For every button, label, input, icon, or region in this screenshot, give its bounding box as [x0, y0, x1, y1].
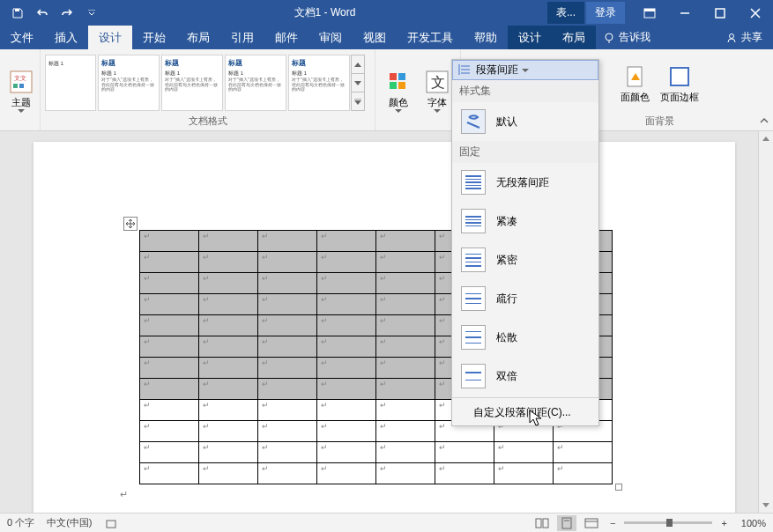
table-tools-tab[interactable]: 表...: [547, 2, 584, 24]
table-cell[interactable]: [258, 273, 317, 294]
tab-view[interactable]: 视图: [353, 26, 397, 49]
table-cell[interactable]: [258, 231, 317, 252]
page-color-button[interactable]: 面颜色: [614, 61, 655, 106]
paragraph-spacing-trigger[interactable]: 段落间距: [452, 60, 598, 80]
table-cell[interactable]: [376, 273, 435, 294]
table-cell[interactable]: [199, 421, 258, 442]
tab-file[interactable]: 文件: [0, 26, 44, 49]
save-button[interactable]: [7, 3, 28, 24]
vertical-scrollbar[interactable]: [758, 131, 773, 513]
themes-button[interactable]: 文文 主题: [4, 66, 39, 115]
login-button[interactable]: 登录: [586, 2, 625, 24]
tab-references[interactable]: 引用: [220, 26, 264, 49]
language-status[interactable]: 中文(中国): [47, 516, 92, 529]
spacing-tight[interactable]: 紧密: [452, 240, 598, 279]
document-format-gallery[interactable]: 标题 1 标题标题 1对于"插入"选项卡上有质，在此前有与文档色保持一致的内容 …: [44, 53, 365, 113]
table-cell[interactable]: [258, 442, 317, 463]
table-cell[interactable]: [554, 463, 613, 484]
tab-help[interactable]: 帮助: [464, 26, 508, 49]
gallery-scroll-down[interactable]: [352, 74, 364, 92]
table-cell[interactable]: [199, 400, 258, 421]
table-cell[interactable]: [317, 421, 376, 442]
tab-insert[interactable]: 插入: [44, 26, 88, 49]
close-button[interactable]: [738, 0, 773, 26]
zoom-slider[interactable]: [624, 521, 712, 524]
table-cell[interactable]: [140, 379, 199, 400]
gallery-item[interactable]: 标题标题 1对于"插入"选项卡上有质，在此前有与文档色保持一致的内容: [288, 55, 350, 111]
table-cell[interactable]: [376, 231, 435, 252]
table-cell[interactable]: [317, 252, 376, 273]
table-cell[interactable]: [317, 315, 376, 336]
table-cell[interactable]: [258, 336, 317, 358]
qat-customize-button[interactable]: [81, 3, 102, 24]
zoom-level[interactable]: 100%: [741, 518, 766, 528]
table-cell[interactable]: [140, 273, 199, 294]
spacing-relaxed[interactable]: 松散: [452, 318, 598, 357]
table-cell[interactable]: [376, 252, 435, 273]
table-cell[interactable]: [140, 442, 199, 463]
table-cell[interactable]: [258, 400, 317, 421]
gallery-item[interactable]: 标题 1: [45, 55, 96, 111]
table-cell[interactable]: [317, 463, 376, 484]
table-cell[interactable]: [140, 421, 199, 442]
table-cell[interactable]: [140, 336, 199, 358]
table-cell[interactable]: [199, 336, 258, 358]
table-cell[interactable]: [140, 315, 199, 336]
table-cell[interactable]: [258, 252, 317, 273]
table-cell[interactable]: [199, 294, 258, 315]
table-cell[interactable]: [140, 463, 199, 484]
table-cell[interactable]: [376, 421, 435, 442]
redo-button[interactable]: [56, 3, 78, 24]
table-cell[interactable]: [199, 442, 258, 463]
table-cell[interactable]: [199, 252, 258, 273]
tab-review[interactable]: 审阅: [308, 26, 353, 49]
table-cell[interactable]: [494, 463, 554, 484]
scroll-down-button[interactable]: [759, 498, 773, 513]
share-button[interactable]: 共享: [715, 26, 773, 49]
tab-design[interactable]: 设计: [88, 26, 132, 49]
table-cell[interactable]: [258, 379, 317, 400]
table-cell[interactable]: [199, 379, 258, 400]
table-cell[interactable]: [199, 273, 258, 294]
table-cell[interactable]: [258, 358, 317, 379]
spacing-none[interactable]: 无段落间距: [452, 163, 598, 202]
gallery-scroll-up[interactable]: [352, 55, 364, 74]
tab-home[interactable]: 开始: [132, 26, 176, 49]
scroll-up-button[interactable]: [759, 131, 773, 146]
word-count[interactable]: 0 个字: [7, 516, 34, 529]
spacing-double[interactable]: 双倍: [452, 357, 598, 395]
table-cell[interactable]: [140, 231, 199, 252]
tab-developer[interactable]: 开发工具: [397, 26, 464, 49]
tab-mailings[interactable]: 邮件: [264, 26, 308, 49]
table-cell[interactable]: [376, 294, 435, 315]
tab-table-layout[interactable]: 布局: [552, 26, 596, 49]
ribbon-display-options[interactable]: [632, 0, 667, 26]
table-resize-handle[interactable]: [615, 484, 622, 491]
table-cell[interactable]: [317, 400, 376, 421]
page-border-button[interactable]: 页面边框: [655, 61, 704, 106]
spacing-open[interactable]: 疏行: [452, 279, 598, 318]
table-cell[interactable]: [376, 315, 435, 336]
tab-table-design[interactable]: 设计: [508, 26, 552, 49]
web-layout-button[interactable]: [582, 515, 601, 531]
gallery-more[interactable]: [352, 92, 364, 110]
table-cell[interactable]: [317, 231, 376, 252]
table-cell[interactable]: [199, 463, 258, 484]
spacing-default[interactable]: 默认: [452, 102, 598, 141]
spacing-custom[interactable]: 自定义段落间距(C)...: [452, 400, 598, 425]
print-layout-button[interactable]: [557, 515, 576, 531]
read-mode-button[interactable]: [532, 515, 552, 531]
accessibility-icon[interactable]: [105, 517, 117, 529]
gallery-item[interactable]: 标题标题 1对于"插入"选项卡上有质，在此前有与文档色保持一致的内容: [225, 55, 286, 111]
table-cell[interactable]: [376, 336, 435, 358]
table-cell[interactable]: [258, 315, 317, 336]
zoom-in-button[interactable]: +: [717, 518, 730, 528]
table-cell[interactable]: [258, 421, 317, 442]
zoom-out-button[interactable]: −: [606, 518, 619, 528]
table-cell[interactable]: [317, 294, 376, 315]
table-cell[interactable]: [258, 294, 317, 315]
table-move-handle[interactable]: [123, 217, 138, 231]
table-cell[interactable]: [494, 442, 554, 463]
colors-button[interactable]: 颜色: [379, 66, 418, 115]
table-cell[interactable]: [140, 252, 199, 273]
